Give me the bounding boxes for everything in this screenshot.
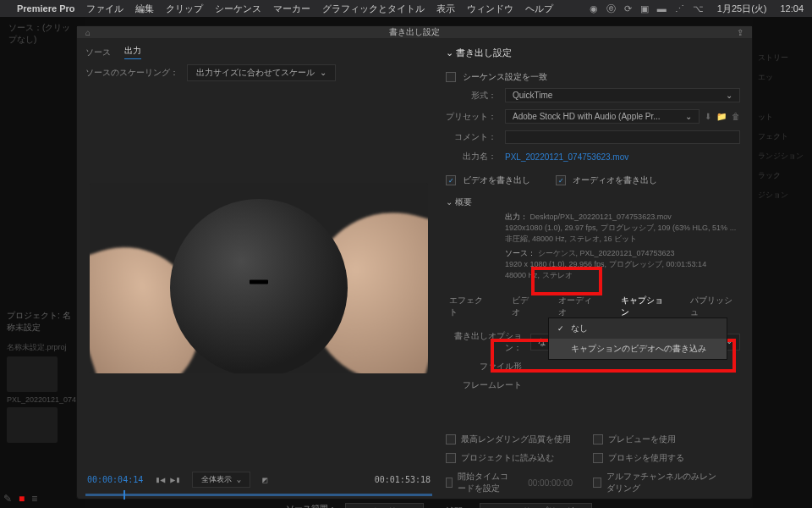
preview-monitor[interactable]	[90, 183, 428, 373]
caption-option-none[interactable]: なし	[549, 318, 727, 339]
export-audio-checkbox[interactable]	[556, 175, 566, 185]
duration-tc: 00:01:53:18	[375, 475, 431, 484]
tab-audio[interactable]: オーディオ	[555, 293, 601, 320]
panel-tab[interactable]: ランジション	[758, 151, 807, 162]
alpha-checkbox[interactable]	[593, 478, 601, 488]
settings-heading: ⌄ 書き出し設定	[446, 47, 740, 59]
panel-tab[interactable]: ット	[758, 112, 807, 123]
menu-sequence[interactable]: シーケンス	[215, 3, 261, 15]
summary-line: シーケンス, PXL_20220121_074753623	[538, 249, 675, 257]
output-name-link[interactable]: PXL_20220121_074753623.mov	[505, 152, 628, 162]
menu-graphics[interactable]: グラフィックとタイトル	[322, 3, 425, 15]
export-settings-dialog: ⌂ 書き出し設定 ⇪ ソース 出力 ソースのスケーリング： 出力サイズに合わせて…	[76, 25, 753, 500]
format-label: 形式：	[446, 90, 505, 102]
caption-file-label: ファイル形	[446, 361, 530, 373]
settings-pane: ⌄ 書き出し設定 シーケンス設定を一致 形式： QuickTime⌄ プリセット…	[441, 38, 752, 508]
summary-source-label: ソース：	[505, 249, 535, 257]
scaling-dropdown[interactable]: 出力サイズに合わせてスケール ⌄	[187, 64, 336, 81]
share-icon[interactable]: ⇪	[737, 28, 743, 37]
list-icon[interactable]: ≡	[31, 493, 37, 505]
cc-icon[interactable]: ⓔ	[606, 3, 616, 15]
screen-icon[interactable]: ▣	[640, 3, 649, 14]
workspace: ソース：(クリップなし) 00:00:00:00 プロジェクト: 名称未設定 名…	[0, 17, 812, 508]
battery-icon[interactable]: ▬	[657, 3, 667, 14]
panel-tab[interactable]: ジション	[758, 190, 807, 201]
tab-effect[interactable]: エフェクト	[446, 293, 491, 320]
home-icon[interactable]: ⌂	[85, 28, 91, 37]
menubar-time[interactable]: 12:04	[780, 3, 804, 14]
summary-line: 1920x1080 (1.0), 29.97 fps, プログレッシブ, 109…	[505, 224, 736, 232]
bin-thumb-1[interactable]	[7, 356, 58, 392]
panel-tab[interactable]: エッ	[758, 72, 807, 83]
menu-edit[interactable]: 編集	[135, 3, 154, 15]
tab-output[interactable]: 出力	[124, 45, 141, 59]
interp-dropdown[interactable]: フレームサンプリング ⌄	[480, 503, 592, 508]
menu-window[interactable]: ウィンドウ	[467, 3, 513, 15]
dialog-title: 書き出し設定	[389, 26, 440, 38]
menu-marker[interactable]: マーカー	[273, 3, 310, 15]
app-name[interactable]: Premiere Pro	[17, 3, 74, 14]
tool-icons: ✎ ■ ≡	[3, 493, 37, 505]
zoom-dropdown[interactable]: 全体表示 ⌄	[192, 472, 250, 488]
preview-pane: ソース 出力 ソースのスケーリング： 出力サイズに合わせてスケール ⌄	[77, 38, 441, 508]
record-icon[interactable]: ◉	[590, 3, 598, 14]
preview-checkbox[interactable]	[593, 434, 603, 444]
sync-icon[interactable]: ⟳	[624, 3, 632, 14]
summary-line: 48000 Hz, ステレオ	[505, 271, 573, 279]
caption-option-menu: なし キャプションのビデオへの書き込み	[548, 318, 727, 360]
output-name-label: 出力名：	[446, 151, 505, 163]
comment-label: コメント：	[446, 131, 505, 143]
menu-view[interactable]: 表示	[436, 3, 455, 15]
import-checkbox[interactable]	[446, 453, 456, 463]
right-panel-tabs: ストリー エッ ット フェクト ランジション ラック ジション	[753, 17, 812, 508]
starttc-checkbox[interactable]	[446, 478, 453, 488]
summary-line: 1920 x 1080 (1.0), 29.956 fps, プログレッシブ, …	[505, 260, 706, 268]
dialog-titlebar[interactable]: ⌂ 書き出し設定 ⇪	[77, 26, 752, 38]
tab-caption[interactable]: キャプション	[617, 293, 671, 320]
menubar-date[interactable]: 1月25日(火)	[717, 3, 767, 15]
preset-delete-icon[interactable]: 🗑	[732, 112, 740, 121]
export-video-checkbox[interactable]	[446, 175, 456, 185]
menu-file[interactable]: ファイル	[86, 3, 123, 15]
source-range-dropdown[interactable]: ワークエリア ⌄	[345, 503, 424, 508]
preset-save-icon[interactable]: ⬇	[705, 112, 711, 121]
control-center-icon[interactable]: ⌥	[693, 3, 704, 14]
project-file[interactable]: 名称未設定.prproj	[7, 342, 78, 353]
panel-tab[interactable]: フェクト	[758, 131, 807, 142]
panel-tab[interactable]: ストリー	[758, 52, 807, 64]
menu-clip[interactable]: クリップ	[166, 3, 203, 15]
proxy-checkbox[interactable]	[593, 453, 603, 463]
format-dropdown[interactable]: QuickTime⌄	[505, 88, 740, 102]
pen-icon[interactable]: ✎	[3, 493, 12, 505]
source-panel-title: ソース：(クリップなし)	[0, 17, 85, 51]
bin-thumb-2[interactable]	[7, 407, 58, 443]
summary-line: 非圧縮, 48000 Hz, ステレオ, 16 ビット	[505, 235, 637, 243]
playhead-tc[interactable]: 00:00:04:14	[87, 475, 143, 484]
export-video-label: ビデオを書き出し	[463, 174, 530, 186]
export-audio-label: オーディオを書き出し	[573, 174, 657, 186]
wifi-icon[interactable]: ⋰	[675, 3, 684, 14]
scaling-label: ソースのスケーリング：	[85, 67, 178, 79]
preset-import-icon[interactable]: 📁	[716, 112, 727, 121]
caption-option-burnin[interactable]: キャプションのビデオへの書き込み	[549, 339, 727, 359]
caption-framerate-label: フレームレート	[446, 379, 530, 391]
tab-video[interactable]: ビデオ	[508, 293, 538, 320]
project-panel: プロジェクト: 名称未設定 名称未設定.prproj PXL_20220121_…	[0, 305, 85, 508]
color-swatch[interactable]: ■	[19, 493, 25, 505]
panel-tab[interactable]: ラック	[758, 170, 807, 181]
preset-dropdown[interactable]: Adobe Stock HD with Audio (Apple Pr...⌄	[505, 109, 700, 124]
summary-label: 概要	[455, 197, 472, 207]
scrub-bar[interactable]	[85, 494, 432, 496]
tab-publish[interactable]: パブリッシュ	[687, 293, 740, 320]
clip-name[interactable]: PXL_20220121_074753623	[7, 395, 78, 404]
maxq-checkbox[interactable]	[446, 434, 456, 444]
summary-line: Desktop/PXL_20220121_074753623.mov	[530, 213, 672, 221]
caption-option-label: 書き出しオプション：	[446, 330, 530, 354]
tab-source[interactable]: ソース	[85, 47, 111, 58]
match-sequence-checkbox[interactable]	[446, 72, 456, 82]
match-sequence-label: シーケンス設定を一致	[463, 71, 547, 83]
source-range-label: ソース範囲：	[286, 503, 337, 508]
comment-input[interactable]	[505, 130, 740, 144]
menu-help[interactable]: ヘルプ	[525, 3, 553, 15]
menubar-tray: ◉ ⓔ ⟳ ▣ ▬ ⋰ ⌥ 1月25日(火) 12:04	[590, 3, 804, 15]
